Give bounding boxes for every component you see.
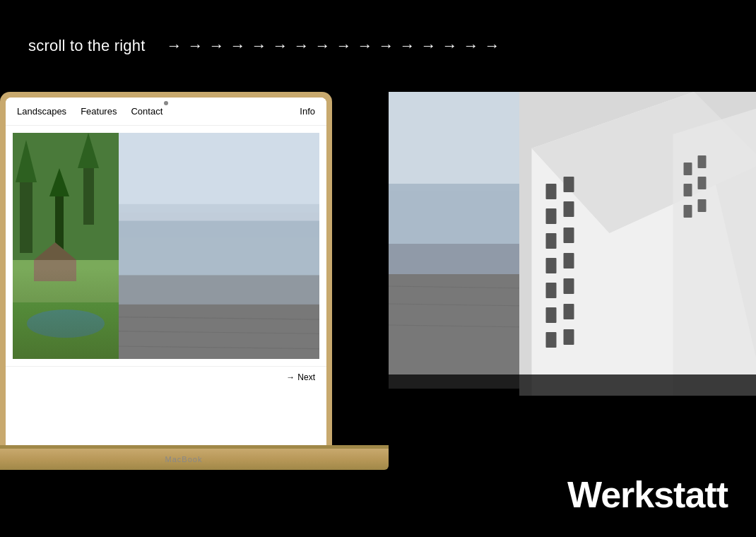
arrow-8: → [315, 38, 331, 54]
nav-item-features[interactable]: Features [81, 106, 117, 117]
svg-rect-49 [684, 184, 692, 196]
svg-rect-32 [546, 184, 557, 199]
svg-rect-42 [546, 307, 557, 323]
arrow-16: → [485, 38, 500, 54]
svg-rect-45 [564, 329, 574, 345]
svg-rect-50 [698, 177, 707, 189]
svg-rect-44 [546, 332, 557, 348]
arrow-1: → [167, 38, 182, 54]
svg-rect-10 [34, 260, 76, 281]
next-label: Next [297, 372, 315, 382]
svg-rect-8 [55, 189, 64, 253]
svg-point-3 [27, 309, 105, 338]
scroll-prompt-text: scroll to the right [28, 37, 146, 55]
top-bar: scroll to the right → → → → → → → → → → … [0, 0, 756, 92]
nav-left: Landscapes Features Contact [17, 106, 163, 117]
svg-rect-47 [684, 163, 692, 175]
nav-item-contact[interactable]: Contact [131, 106, 163, 117]
svg-rect-37 [564, 228, 574, 243]
svg-rect-33 [564, 177, 574, 192]
laptop-screen-outer: Landscapes Features Contact Info [0, 92, 332, 449]
landscape-forest-image [13, 133, 119, 359]
svg-marker-46 [673, 106, 757, 396]
svg-rect-40 [546, 283, 557, 298]
arrow-11: → [379, 38, 394, 54]
laptop-brand-label: MacBook [165, 455, 203, 464]
arrows-row: → → → → → → → → → → → → → → → → [167, 38, 728, 54]
arrow-2: → [188, 38, 203, 54]
svg-rect-43 [564, 304, 574, 319]
next-button[interactable]: → Next [286, 372, 315, 382]
svg-rect-1 [13, 260, 119, 359]
arrow-15: → [463, 38, 479, 54]
laptop-base: MacBook [0, 449, 389, 470]
svg-rect-24 [389, 244, 530, 279]
svg-rect-13 [119, 133, 319, 213]
site-image-grid [6, 126, 326, 366]
svg-rect-39 [564, 253, 574, 268]
svg-rect-48 [698, 155, 707, 168]
landscape-beach-image [119, 133, 319, 359]
arrow-5: → [252, 38, 267, 54]
svg-rect-51 [684, 205, 692, 218]
site-footer: → Next [6, 366, 326, 388]
nav-item-info[interactable]: Info [300, 106, 315, 117]
arrow-4: → [230, 38, 246, 54]
background-building-image [519, 92, 756, 396]
arrow-7: → [294, 38, 309, 54]
svg-rect-22 [389, 92, 530, 191]
arrow-14: → [442, 38, 458, 54]
svg-rect-16 [119, 275, 319, 308]
brand-name: Werkstatt [567, 473, 728, 516]
svg-rect-25 [389, 274, 530, 389]
svg-rect-41 [564, 278, 574, 294]
main-content: Landscapes Features Contact Info [0, 92, 756, 537]
webcam-dot [164, 101, 168, 105]
right-area: Werkstatt [389, 92, 756, 537]
svg-rect-52 [698, 199, 707, 212]
arrow-9: → [336, 38, 352, 54]
nav-item-landscapes[interactable]: Landscapes [17, 106, 66, 117]
laptop-screen: Landscapes Features Contact Info [6, 98, 326, 449]
arrow-12: → [400, 38, 415, 54]
svg-rect-35 [564, 201, 574, 217]
svg-rect-36 [546, 233, 557, 249]
arrow-10: → [358, 38, 373, 54]
arrow-6: → [273, 38, 288, 54]
background-beach-image [389, 92, 530, 389]
svg-rect-34 [546, 208, 557, 224]
arrow-13: → [421, 38, 437, 54]
next-arrow-icon: → [286, 372, 295, 382]
svg-rect-38 [546, 258, 557, 273]
arrow-3: → [209, 38, 225, 54]
svg-rect-2 [13, 302, 119, 359]
laptop-wrapper: Landscapes Features Contact Info [0, 92, 389, 537]
